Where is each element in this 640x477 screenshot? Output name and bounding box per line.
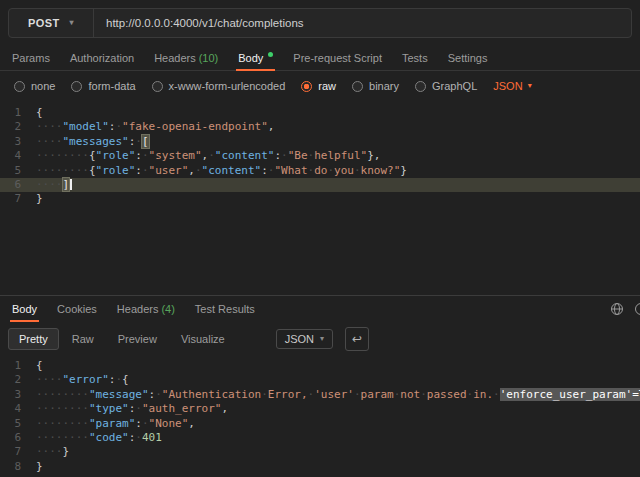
request-editor[interactable]: 1{2····"model":·"fake-openai-endpoint",3… — [0, 101, 640, 295]
code-line[interactable]: 1{ — [0, 359, 640, 373]
response-tab-body[interactable]: Body — [2, 296, 47, 322]
request-language-selector[interactable]: JSON ▾ — [493, 80, 531, 92]
line-number: 4 — [0, 402, 21, 416]
code-token: ········ — [36, 388, 89, 401]
code-line[interactable]: 5········"param":·"None", — [0, 417, 640, 431]
line-number: 3 — [0, 388, 21, 402]
code-line[interactable]: 3········"message":·"Authentication·Erro… — [0, 388, 640, 402]
request-tabs: ParamsAuthorizationHeaders(10)BodyPre-re… — [0, 46, 640, 71]
view-visualize[interactable]: Visualize — [170, 328, 236, 350]
tab-label: Headers — [117, 303, 159, 315]
request-tab-tests[interactable]: Tests — [392, 46, 438, 70]
code-line[interactable]: 3····"messages":·[ — [0, 135, 640, 149]
code-line[interactable]: 1{ — [0, 106, 640, 120]
code-text: ····"error":·{ — [21, 373, 129, 387]
code-line[interactable]: 7····} — [0, 445, 640, 459]
line-number: 6 — [0, 431, 21, 445]
code-line[interactable]: 2····"error":·{ — [0, 373, 640, 387]
request-tab-settings[interactable]: Settings — [438, 46, 498, 70]
code-line[interactable]: 6········"code":·401 — [0, 431, 640, 445]
code-token: "model" — [63, 120, 109, 133]
code-line[interactable]: 8} — [0, 460, 640, 474]
view-raw[interactable]: Raw — [61, 328, 105, 350]
code-token: , — [188, 164, 195, 177]
radio-icon — [71, 81, 82, 92]
code-line[interactable]: 6····] — [0, 178, 640, 192]
request-tab-pre-request-script[interactable]: Pre-request Script — [283, 46, 392, 70]
code-token: ···· — [36, 178, 63, 191]
code-line[interactable]: 4········{"role":·"system",·"content":·"… — [0, 149, 640, 163]
url-input[interactable]: http://0.0.0.0:4000/v1/chat/completions — [94, 17, 304, 29]
code-token: · — [195, 164, 202, 177]
body-mode-none[interactable]: none — [14, 80, 55, 92]
mode-label: x-www-form-urlencoded — [169, 80, 286, 92]
request-tab-headers[interactable]: Headers(10) — [144, 46, 228, 70]
body-mode-options: noneform-datax-www-form-urlencodedrawbin… — [14, 80, 477, 92]
view-preview[interactable]: Preview — [107, 328, 168, 350]
code-text: } — [21, 192, 43, 206]
body-mode-raw[interactable]: raw — [301, 80, 336, 92]
tab-label: Cookies — [57, 303, 97, 315]
response-language-selector[interactable]: JSON ▾ — [276, 329, 333, 349]
response-tab-headers[interactable]: Headers(4) — [107, 296, 185, 322]
code-token: know?" — [361, 164, 401, 177]
line-number: 2 — [0, 120, 21, 134]
response-tab-cookies[interactable]: Cookies — [47, 296, 107, 322]
code-token: }, — [367, 149, 380, 162]
code-token: , — [188, 417, 195, 430]
body-mode-graphql[interactable]: GraphQL — [415, 80, 477, 92]
code-token: passed — [427, 388, 467, 401]
tab-label: Headers — [154, 52, 196, 64]
code-token: { — [36, 106, 43, 119]
code-token: 'user' — [314, 388, 354, 401]
tab-label: Authorization — [70, 52, 134, 64]
wrap-lines-button[interactable]: ↩ — [345, 327, 369, 351]
tab-label: Body — [238, 52, 263, 64]
method-label: POST — [28, 17, 60, 29]
code-token: "param" — [89, 417, 135, 430]
line-number: 4 — [0, 149, 21, 163]
code-token: · — [142, 164, 149, 177]
code-token: 'enforce_user_param'=True" — [500, 388, 640, 401]
code-token: : — [261, 164, 268, 177]
code-token: · — [261, 388, 268, 401]
code-token: · — [135, 402, 142, 415]
code-token: ···· — [36, 120, 63, 133]
mode-label: form-data — [88, 80, 135, 92]
code-token: · — [208, 149, 215, 162]
chevron-down-icon: ▾ — [320, 335, 324, 343]
body-mode-form-data[interactable]: form-data — [71, 80, 135, 92]
code-token: { — [89, 164, 96, 177]
code-token: "code" — [89, 431, 129, 444]
code-token: [ — [142, 135, 149, 148]
body-mode-binary[interactable]: binary — [352, 80, 399, 92]
view-pretty[interactable]: Pretty — [8, 328, 59, 350]
method-selector[interactable]: POST ▾ — [9, 9, 93, 37]
tab-label: Test Results — [195, 303, 255, 315]
overflow-icon[interactable] — [634, 302, 640, 316]
code-text: ········"code":·401 — [21, 431, 162, 445]
unsaved-dot-icon — [268, 52, 273, 57]
line-number: 2 — [0, 373, 21, 387]
line-number: 7 — [0, 445, 21, 459]
code-line[interactable]: 2····"model":·"fake-openai-endpoint", — [0, 120, 640, 134]
code-token: · — [135, 135, 142, 148]
code-text: ········{"role":·"system",·"content":·"B… — [21, 149, 380, 163]
code-line[interactable]: 5········{"role":·"user",·"content":·"Wh… — [0, 164, 640, 178]
request-tab-params[interactable]: Params — [2, 46, 60, 70]
response-editor[interactable]: 1{2····"error":·{3········"message":·"Au… — [0, 356, 640, 477]
response-tab-test-results[interactable]: Test Results — [185, 296, 265, 322]
code-token: · — [354, 388, 361, 401]
code-line[interactable]: 7} — [0, 192, 640, 206]
request-tab-body[interactable]: Body — [228, 46, 283, 70]
code-token: "Authentication — [162, 388, 261, 401]
request-tab-authorization[interactable]: Authorization — [60, 46, 144, 70]
globe-icon[interactable] — [610, 302, 624, 316]
code-token: { — [122, 373, 129, 386]
body-mode-x-www-form-urlencoded[interactable]: x-www-form-urlencoded — [152, 80, 286, 92]
radio-icon — [301, 81, 312, 92]
code-token: param — [361, 388, 394, 401]
code-line[interactable]: 4········"type":·"auth_error", — [0, 402, 640, 416]
code-token: ···· — [36, 373, 63, 386]
wrap-lines-icon: ↩ — [352, 332, 362, 346]
